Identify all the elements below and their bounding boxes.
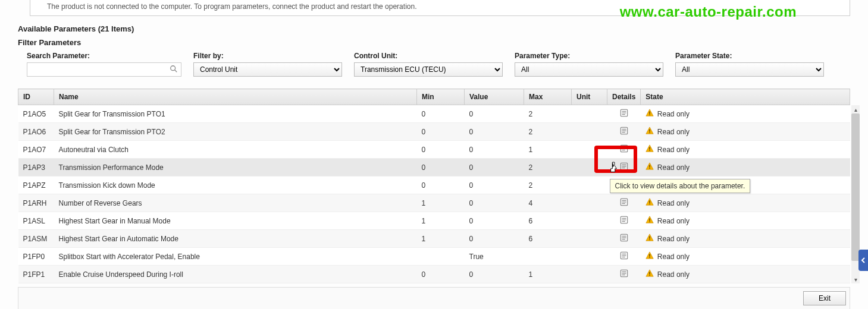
svg-rect-19 <box>649 150 650 151</box>
cell-name: Highest Start Gear in Manual Mode <box>54 212 417 230</box>
cell-id: P1ASL <box>18 212 54 230</box>
warning-icon <box>645 269 654 279</box>
col-id[interactable]: ID <box>18 89 54 105</box>
cell-name: Enable Cruise Underspeed During I-roll <box>54 266 417 283</box>
table-row[interactable]: P1FP1Enable Cruise Underspeed During I-r… <box>18 266 850 283</box>
cell-min: 0 <box>417 159 465 176</box>
cell-id: P1AO6 <box>18 123 54 141</box>
table-row[interactable]: P1AO5Split Gear for Transmission PTO1002… <box>18 105 850 123</box>
cell-min: 0 <box>417 105 465 123</box>
details-button[interactable] <box>607 105 641 123</box>
cell-id: P1AO7 <box>18 141 54 159</box>
table-row[interactable]: P1FP0Splitbox Start with Accelerator Ped… <box>18 248 850 266</box>
cell-name: Split Gear for Transmission PTO2 <box>54 123 417 141</box>
svg-point-0 <box>171 66 176 71</box>
scroll-down-icon[interactable]: ▾ <box>851 275 860 283</box>
details-button[interactable] <box>607 266 641 283</box>
exit-button[interactable]: Exit <box>803 291 846 305</box>
warning-icon <box>645 234 654 244</box>
side-collapse-tab[interactable] <box>858 250 868 271</box>
notice-text: The product is not connected to the comp… <box>47 2 416 11</box>
cell-max: 6 <box>524 230 572 248</box>
cell-state: Read only <box>641 266 850 283</box>
table-row[interactable]: P1ARHNumber of Reverse Gears104Read only <box>18 194 850 212</box>
table-row[interactable]: P1AP3Transmission Performance Mode002Rea… <box>18 159 850 176</box>
warning-icon <box>645 144 654 154</box>
cell-value: 0 <box>465 159 524 176</box>
scrollbar-thumb[interactable] <box>851 113 860 261</box>
details-button[interactable] <box>607 230 641 248</box>
svg-rect-36 <box>649 200 650 203</box>
scroll-up-icon[interactable]: ▴ <box>851 105 860 113</box>
col-max[interactable]: Max <box>524 89 572 105</box>
exit-bar: Exit <box>18 287 850 309</box>
cell-id: P1AO5 <box>18 105 54 123</box>
col-unit[interactable]: Unit <box>572 89 607 105</box>
details-button[interactable] <box>607 194 641 212</box>
col-value[interactable]: Value <box>465 89 524 105</box>
cell-id: P1FP0 <box>18 248 54 266</box>
table-row[interactable]: P1ASLHighest Start Gear in Manual Mode10… <box>18 212 850 230</box>
col-state[interactable]: State <box>641 89 850 105</box>
details-button[interactable] <box>607 123 641 141</box>
cell-min <box>417 248 465 266</box>
cell-unit <box>572 266 607 283</box>
cell-value: 0 <box>465 266 524 283</box>
cell-name: Transmission Performance Mode <box>54 159 417 176</box>
svg-rect-37 <box>649 204 650 204</box>
svg-line-1 <box>175 70 177 72</box>
cell-value: 0 <box>465 123 524 141</box>
search-input[interactable] <box>27 62 181 77</box>
table-row[interactable]: P1AO7Autoneutral via Clutch001Read only <box>18 141 850 159</box>
svg-rect-12 <box>649 129 650 131</box>
svg-rect-18 <box>649 147 650 149</box>
svg-rect-54 <box>649 254 650 256</box>
table-header-row: ID Name Min Value Max Unit Details State <box>18 89 850 105</box>
filter-parameters-title: Filter Parameters <box>18 38 868 47</box>
cell-max: 1 <box>524 141 572 159</box>
search-icon[interactable] <box>170 65 178 73</box>
controlunit-label: Control Unit: <box>354 52 503 60</box>
warning-icon <box>645 162 654 172</box>
pointer-cursor-icon <box>609 161 619 174</box>
cell-min: 0 <box>417 176 465 194</box>
svg-rect-6 <box>649 111 650 113</box>
svg-rect-13 <box>649 133 650 133</box>
cell-state: Read only <box>641 230 850 248</box>
warning-icon <box>645 109 654 119</box>
cell-value: 0 <box>465 176 524 194</box>
cell-state: Read only <box>641 105 850 123</box>
cell-min: 0 <box>417 141 465 159</box>
parameter-type-dropdown[interactable]: All <box>515 62 663 77</box>
parameter-state-dropdown[interactable]: All <box>675 62 824 77</box>
available-parameters-title: Available Parameters (21 Items) <box>18 24 868 33</box>
cell-name: Transmission Kick down Mode <box>54 176 417 194</box>
table-row[interactable]: P1ASMHighest Start Gear in Automatic Mod… <box>18 230 850 248</box>
col-name[interactable]: Name <box>54 89 417 105</box>
cell-id: P1APZ <box>18 176 54 194</box>
table-row[interactable]: P1AO6Split Gear for Transmission PTO2002… <box>18 123 850 141</box>
controlunit-dropdown[interactable]: Transmission ECU (TECU) <box>354 62 503 77</box>
col-min[interactable]: Min <box>417 89 465 105</box>
cell-max <box>524 248 572 266</box>
parameters-table-wrap: ID Name Min Value Max Unit Details State… <box>18 89 850 283</box>
svg-rect-25 <box>649 168 650 169</box>
cell-id: P1AP3 <box>18 159 54 176</box>
watermark-text: www.car-auto-repair.com <box>620 4 797 20</box>
filterby-dropdown[interactable]: Control Unit <box>193 62 342 77</box>
warning-icon <box>645 251 654 261</box>
cell-min: 0 <box>417 266 465 283</box>
col-details[interactable]: Details <box>607 89 641 105</box>
svg-rect-7 <box>649 115 650 115</box>
cell-state: Read only <box>641 248 850 266</box>
svg-rect-49 <box>649 239 650 240</box>
svg-rect-55 <box>649 257 650 258</box>
details-button[interactable] <box>607 248 641 266</box>
cell-max: 6 <box>524 212 572 230</box>
cell-value: 0 <box>465 212 524 230</box>
cell-name: Split Gear for Transmission PTO1 <box>54 105 417 123</box>
svg-rect-24 <box>649 165 650 167</box>
pstate-label: Parameter State: <box>675 52 824 60</box>
details-button[interactable] <box>607 212 641 230</box>
cell-name: Autoneutral via Clutch <box>54 141 417 159</box>
